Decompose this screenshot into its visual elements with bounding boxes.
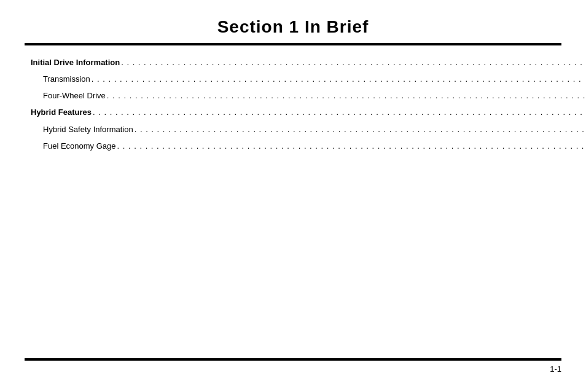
toc-content: Initial Drive Information1-2Transmission… (25, 57, 561, 157)
toc-label: Fuel Economy Gage (43, 140, 116, 152)
toc-label: Hybrid Features (31, 106, 92, 119)
toc-dots (93, 106, 586, 119)
toc-label: Transmission (43, 73, 90, 85)
toc-dots (121, 57, 586, 69)
toc-entry: Fuel Economy Gage1-4 (31, 140, 586, 155)
toc-entry: Hybrid Features1-4 (31, 106, 586, 121)
toc-label: Initial Drive Information (31, 57, 120, 69)
toc-entry: Initial Drive Information1-2 (31, 57, 586, 71)
toc-entry: Four-Wheel Drive1-2 (31, 90, 586, 104)
toc-dots (92, 73, 586, 86)
toc-dots (107, 90, 586, 103)
toc-dots (135, 123, 586, 136)
toc-dots (117, 140, 586, 153)
bottom-rule (25, 358, 561, 361)
left-column: Initial Drive Information1-2Transmission… (31, 57, 586, 157)
toc-entry: Hybrid Safety Information1-4 (31, 123, 586, 138)
page-container: Section 1 In Brief Initial Drive Informa… (0, 0, 586, 392)
toc-label: Hybrid Safety Information (43, 123, 133, 136)
top-rule (25, 43, 561, 45)
page-number: 1-1 (25, 364, 561, 374)
toc-entry: Transmission1-2 (31, 73, 586, 88)
title-area: Section 1 In Brief (25, 0, 561, 43)
page-title: Section 1 In Brief (217, 17, 369, 36)
bottom-rule-container: 1-1 (25, 358, 561, 374)
toc-label: Four-Wheel Drive (43, 90, 106, 102)
